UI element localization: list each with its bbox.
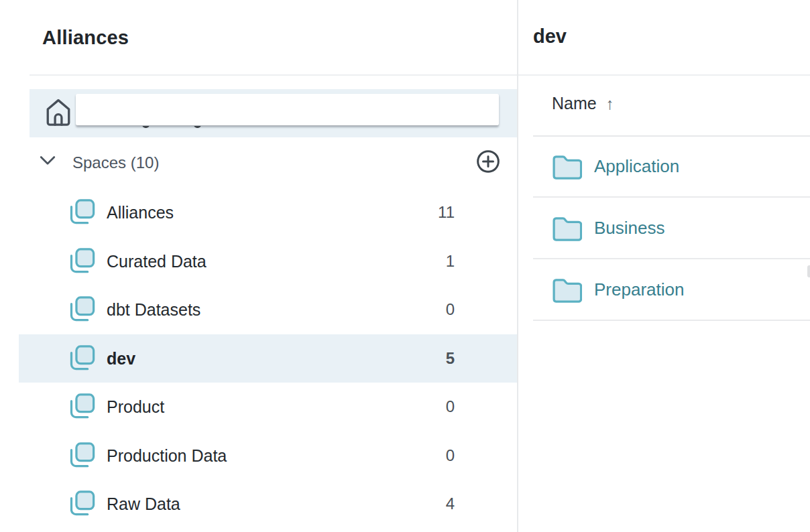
folder-link[interactable]: Preparation [594, 259, 684, 320]
space-name: dev [107, 334, 135, 383]
column-header-name[interactable]: Name↑ [552, 94, 614, 113]
sidebar-item-dbt-datasets[interactable]: dbt Datasets 0 [19, 285, 517, 334]
space-icon [66, 197, 97, 228]
folder-link[interactable]: Business [594, 198, 665, 258]
panel-divider [517, 0, 518, 532]
space-icon [66, 246, 97, 277]
sidebar-item-production-data[interactable]: Production Data 0 [19, 431, 517, 480]
space-name: Product [107, 383, 164, 431]
space-count: 4 [401, 480, 455, 528]
folder-icon [551, 276, 582, 304]
sidebar-item-raw-data[interactable]: Raw Data 4 [19, 480, 517, 528]
home-icon [44, 95, 72, 130]
folder-icon [551, 214, 582, 243]
space-icon [66, 391, 97, 422]
space-count: 0 [401, 285, 455, 334]
space-icon [66, 440, 97, 471]
add-space-button[interactable] [475, 148, 502, 175]
space-icon [66, 294, 97, 325]
table-row-business[interactable]: Business [533, 198, 810, 259]
sidebar-item-curated-data[interactable]: Curated Data 1 [19, 237, 517, 285]
scrollbar-thumb[interactable] [807, 265, 810, 277]
folder-icon [551, 153, 582, 181]
sidebar-item-dev[interactable]: dev 5 [19, 334, 517, 383]
space-name: Raw Data [107, 480, 180, 528]
space-count: 11 [401, 188, 455, 237]
space-count: 5 [401, 334, 455, 383]
spaces-section-header: Spaces (10) [30, 148, 517, 176]
header-divider [30, 74, 810, 76]
folder-link[interactable]: Application [594, 136, 679, 196]
sidebar-item-alliances[interactable]: Alliances 11 [19, 188, 517, 237]
space-name: dbt Datasets [107, 285, 200, 334]
table-row-preparation[interactable]: Preparation [533, 259, 810, 321]
sidebar-item-product[interactable]: Product 0 [19, 383, 517, 431]
plus-circle-icon [475, 148, 502, 175]
page-title: dev [533, 25, 567, 48]
table-row-application[interactable]: Application [533, 136, 810, 198]
sidebar-title: Alliances [42, 27, 129, 49]
space-icon [66, 343, 97, 374]
space-icon [66, 488, 97, 519]
sort-ascending-icon: ↑ [606, 94, 614, 113]
catalog-screen: Alliances Spaces (10) Alliances [0, 0, 810, 532]
redacted-text-mask [76, 94, 499, 126]
chevron-down-icon[interactable] [39, 155, 56, 167]
space-count: 0 [401, 383, 455, 431]
space-name: Production Data [107, 431, 227, 480]
space-name: Alliances [107, 188, 174, 237]
space-count: 1 [401, 237, 455, 285]
spaces-section-label[interactable]: Spaces (10) [72, 153, 159, 172]
home-breadcrumb-row[interactable] [30, 89, 517, 137]
space-count: 0 [401, 431, 455, 480]
space-name: Curated Data [107, 237, 207, 285]
column-header-label: Name [552, 94, 597, 113]
